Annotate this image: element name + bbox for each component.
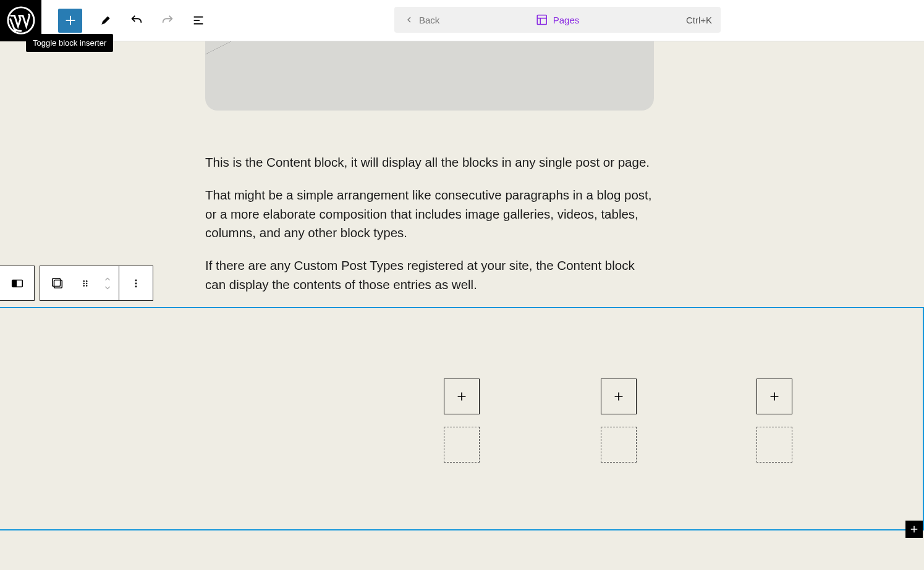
svg-rect-5 <box>52 278 60 286</box>
drag-icon <box>80 278 91 289</box>
chevron-down-icon <box>103 283 112 292</box>
block-options-button[interactable] <box>119 266 153 300</box>
layout-icon <box>536 14 548 26</box>
document-title[interactable]: Pages <box>536 14 580 26</box>
svg-point-11 <box>86 285 87 286</box>
plus-icon <box>455 390 468 403</box>
empty-block-placeholder[interactable] <box>757 427 792 463</box>
redo-icon <box>161 14 174 27</box>
chevron-left-icon <box>404 15 414 25</box>
featured-image-placeholder[interactable] <box>205 41 654 111</box>
block-toolbar <box>0 266 158 301</box>
more-vertical-icon <box>130 277 142 290</box>
group-icon <box>51 277 64 290</box>
plus-icon <box>768 390 781 403</box>
content-paragraph[interactable]: If there are any Custom Post Types regis… <box>205 256 653 295</box>
drag-handle[interactable] <box>74 266 96 300</box>
add-block-button[interactable] <box>444 379 480 414</box>
block-type-button[interactable] <box>0 266 34 300</box>
add-block-button[interactable] <box>601 379 637 414</box>
svg-point-6 <box>83 280 85 282</box>
back-label: Back <box>419 15 439 25</box>
content-paragraph[interactable]: This is the Content block, it will displ… <box>205 153 653 172</box>
svg-point-7 <box>86 280 87 282</box>
svg-point-9 <box>86 282 87 283</box>
svg-rect-3 <box>12 280 16 287</box>
editor-canvas: This is the Content block, it will displ… <box>0 41 924 570</box>
pencil-icon <box>100 14 112 27</box>
svg-rect-1 <box>537 15 546 25</box>
toggle-block-inserter-button[interactable] <box>58 9 82 33</box>
svg-point-8 <box>83 282 85 283</box>
empty-block-placeholder[interactable] <box>444 427 480 463</box>
editor-top-toolbar: Back Pages Ctrl+K <box>0 0 924 41</box>
svg-point-12 <box>135 279 137 281</box>
undo-icon <box>130 14 143 27</box>
plus-icon <box>909 524 920 535</box>
block-toolbar-group <box>40 266 153 301</box>
svg-point-13 <box>135 282 137 284</box>
columns-icon <box>11 277 24 290</box>
redo-button <box>154 7 181 34</box>
undo-button[interactable] <box>123 7 150 34</box>
svg-point-14 <box>135 285 137 287</box>
command-shortcut: Ctrl+K <box>686 15 712 25</box>
plus-icon <box>64 14 77 27</box>
plus-icon <box>612 390 625 403</box>
back-button[interactable]: Back <box>404 15 439 25</box>
document-title-label: Pages <box>553 15 580 25</box>
content-paragraph[interactable]: That might be a simple arrangement like … <box>205 186 653 243</box>
list-view-icon <box>192 14 205 27</box>
chevron-up-icon <box>103 275 112 283</box>
post-content-block[interactable]: This is the Content block, it will displ… <box>205 153 653 308</box>
select-parent-button[interactable] <box>40 266 74 300</box>
svg-point-10 <box>83 285 85 286</box>
tools-button[interactable] <box>92 7 119 34</box>
empty-block-placeholder[interactable] <box>601 427 637 463</box>
svg-point-0 <box>7 7 33 33</box>
wordpress-icon <box>7 6 35 35</box>
document-bar[interactable]: Back Pages Ctrl+K <box>394 7 721 33</box>
svg-rect-4 <box>54 280 62 288</box>
document-overview-button[interactable] <box>185 7 212 34</box>
move-buttons[interactable] <box>96 266 119 300</box>
add-block-button[interactable] <box>757 379 792 414</box>
block-appender-button[interactable] <box>905 521 923 538</box>
inserter-tooltip: Toggle block inserter <box>26 34 113 52</box>
block-toolbar-group <box>0 266 35 301</box>
selected-columns-block[interactable] <box>0 307 924 530</box>
